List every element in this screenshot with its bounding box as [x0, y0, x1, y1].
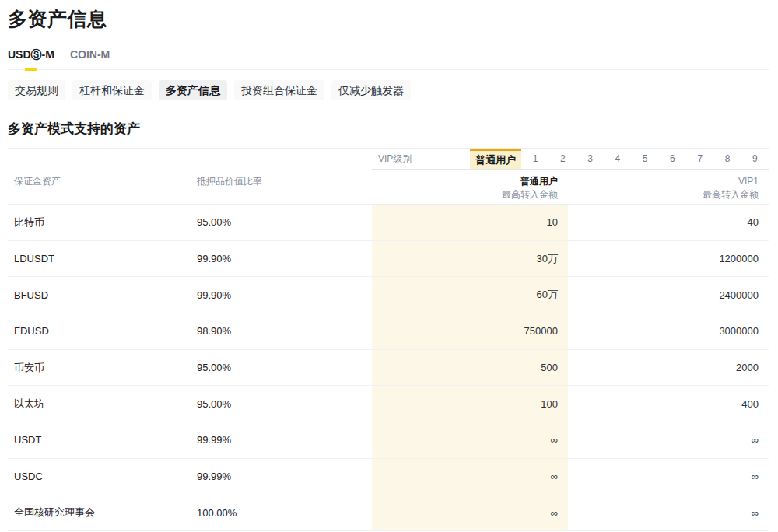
pill-portfolio-margin[interactable]: 投资组合保证金: [234, 80, 324, 100]
vip-level-5[interactable]: 5: [632, 149, 659, 169]
regular-user-max-amount: 500: [372, 350, 568, 386]
vip-level-4[interactable]: 4: [604, 149, 631, 169]
collateral-ratio: 99.99%: [197, 459, 372, 495]
regular-user-max-amount: 30万: [372, 241, 568, 277]
pill-trading-rules[interactable]: 交易规则: [8, 80, 65, 100]
vip-level-list: 123456789: [521, 149, 769, 169]
market-tabs: USDⓈ-M COIN-M: [8, 48, 769, 70]
asset-name: FDUSD: [8, 313, 197, 349]
collateral-ratio: 99.90%: [197, 241, 372, 277]
vip-level-3[interactable]: 3: [576, 149, 604, 169]
table-row: FDUSD98.90%7500003000000: [8, 313, 769, 350]
tab-coin-m[interactable]: COIN-M: [70, 48, 110, 61]
vip-level-2[interactable]: 2: [549, 149, 576, 169]
regular-user-max-amount: 750000: [372, 313, 568, 349]
asset-name: BFUSD: [8, 277, 197, 313]
vip-level-1[interactable]: 1: [521, 149, 548, 169]
page-container: 多资产信息 USDⓈ-M COIN-M 交易规则 杠杆和保证金 多资产信息 投资…: [8, 0, 769, 531]
vip-level-6[interactable]: 6: [659, 149, 686, 169]
asset-name: 币安币: [8, 350, 197, 386]
pill-reduce-only-trigger[interactable]: 仅减少触发器: [331, 80, 411, 100]
table-row: LDUSDT99.90%30万1200000: [8, 241, 769, 278]
table-row: 以太坊95.00%100400: [8, 386, 769, 422]
header-regular-user-title: 普通用户: [372, 175, 558, 188]
pill-leverage-margin[interactable]: 杠杆和保证金: [72, 80, 152, 100]
table-row: 全国核研究理事会100.00%∞∞: [8, 495, 769, 532]
asset-name: 全国核研究理事会: [8, 495, 197, 531]
table-row: USDC99.99%∞∞: [8, 459, 769, 495]
header-regular-user-max: 普通用户 最高转入金额: [372, 170, 568, 204]
page-title: 多资产信息: [8, 0, 769, 30]
header-regular-user-sub: 最高转入金额: [372, 188, 558, 201]
table-row: BFUSD99.90%60万2400000: [8, 277, 769, 313]
vip1-max-amount: ∞: [568, 459, 769, 495]
regular-user-max-amount: ∞: [372, 422, 568, 458]
vip-level-9[interactable]: 9: [741, 149, 769, 169]
vip-level-8[interactable]: 8: [713, 149, 741, 169]
collateral-ratio: 95.00%: [197, 350, 372, 386]
regular-user-max-amount: 60万: [372, 277, 568, 313]
collateral-ratio: 95.00%: [197, 205, 372, 240]
regular-user-max-amount: ∞: [372, 459, 568, 495]
section-heading: 多资产模式支持的资产: [8, 120, 769, 138]
asset-name: 以太坊: [8, 386, 197, 422]
vip1-max-amount: ∞: [568, 422, 769, 458]
regular-user-max-amount: 10: [372, 205, 568, 240]
header-vip1-title: VIP1: [568, 175, 759, 188]
regular-user-max-amount: 100: [372, 386, 568, 422]
table-row: 币安币95.00%5002000: [8, 350, 769, 387]
vip-tab-regular-user[interactable]: 普通用户: [470, 149, 521, 169]
collateral-ratio: 98.90%: [197, 313, 372, 349]
vip1-max-amount: 40: [568, 205, 769, 240]
asset-name: USDC: [8, 459, 197, 495]
vip1-max-amount: 1200000: [568, 241, 769, 277]
tab-usds-m[interactable]: USDⓈ-M: [8, 48, 54, 61]
table-header-row: 保证金资产 抵押品价值比率 普通用户 最高转入金额 VIP1 最高转入金额: [8, 170, 769, 205]
multi-asset-table: VIP级别 普通用户 123456789 保证金资产 抵押品价值比率 普通用户 …: [8, 148, 769, 531]
regular-user-max-amount: ∞: [372, 495, 568, 531]
vip1-max-amount: 3000000: [568, 313, 769, 349]
vip1-max-amount: ∞: [568, 495, 769, 531]
header-vip1-sub: 最高转入金额: [568, 188, 759, 201]
collateral-ratio: 99.99%: [197, 422, 372, 458]
sub-nav: 交易规则 杠杆和保证金 多资产信息 投资组合保证金 仅减少触发器: [8, 80, 769, 100]
vip-level-7[interactable]: 7: [686, 149, 713, 169]
table-row: USDT99.99%∞∞: [8, 422, 769, 459]
asset-name: 比特币: [8, 205, 197, 240]
header-vip1-max: VIP1 最高转入金额: [568, 170, 769, 204]
asset-name: USDT: [8, 422, 197, 458]
table-body: 比特币95.00%1040LDUSDT99.90%30万1200000BFUSD…: [8, 205, 769, 531]
vip1-max-amount: 2000: [568, 350, 769, 386]
header-margin-asset: 保证金资产: [8, 170, 197, 204]
collateral-ratio: 95.00%: [197, 386, 372, 422]
collateral-ratio: 99.90%: [197, 277, 372, 313]
asset-name: LDUSDT: [8, 241, 197, 277]
vip-level-selector: VIP级别 普通用户 123456789: [372, 149, 769, 170]
vip1-max-amount: 2400000: [568, 277, 769, 313]
table-row: 比特币95.00%1040: [8, 205, 769, 241]
vip1-max-amount: 400: [568, 386, 769, 422]
vip-level-label: VIP级别: [372, 149, 470, 169]
collateral-ratio: 100.00%: [197, 495, 372, 531]
pill-multi-asset-info[interactable]: 多资产信息: [159, 80, 227, 100]
header-collateral-ratio: 抵押品价值比率: [197, 170, 372, 204]
